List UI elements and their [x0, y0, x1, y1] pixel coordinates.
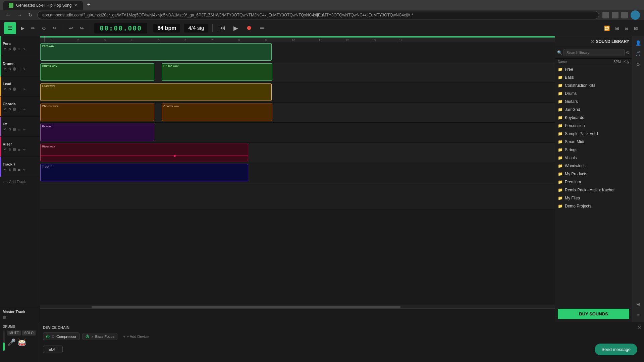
lead-more[interactable]: ∿ — [22, 87, 27, 91]
drums-clip-1[interactable]: Drums.wav — [40, 63, 154, 81]
buy-sounds-button[interactable]: BUY SOUNDS — [558, 309, 629, 319]
lib-item-demoprojects[interactable]: 📁 Demo Projects — [555, 202, 632, 210]
drums-mute[interactable]: M — [3, 67, 7, 71]
track7-solo[interactable]: S — [8, 168, 12, 172]
vert-icon-2[interactable]: 🎵 — [634, 50, 642, 58]
perc-clip[interactable]: Perc.wav — [40, 43, 272, 61]
perc-more[interactable]: ∿ — [22, 47, 27, 51]
chords-clip-2[interactable]: Chords.wav — [162, 104, 272, 121]
fx-solo[interactable]: S — [8, 127, 12, 131]
lib-item-drums[interactable]: 📁 Drums — [555, 89, 632, 98]
edit-button[interactable]: EDIT — [43, 346, 63, 353]
lib-item-smartmidi[interactable]: 📁 Smart Midi — [555, 138, 632, 146]
chords-solo[interactable]: S — [8, 107, 12, 111]
track7-clip[interactable]: Track 7 — [40, 164, 248, 181]
tool-c[interactable]: ⊠ — [632, 24, 640, 32]
lead-clip[interactable]: Lead.wav — [40, 83, 272, 101]
lead-eq[interactable]: ⚌ — [17, 87, 21, 91]
lib-item-vocals[interactable]: 📁 Vocals — [555, 154, 632, 162]
active-tab[interactable]: Generated Lo-Fi Hip Hop Song ✕ — [3, 1, 83, 10]
chords-clip-1[interactable]: Chords.wav — [40, 104, 154, 121]
chords-more[interactable]: ∿ — [22, 107, 27, 111]
filter-button[interactable]: ⚙ — [626, 50, 630, 55]
vert-icon-bottom-2[interactable]: ≡ — [635, 311, 641, 319]
riser-more[interactable]: ∿ — [22, 147, 27, 152]
tracks-scroll[interactable]: Perc.wav Drums.wav — [40, 42, 555, 305]
play-button[interactable]: ▶ — [231, 23, 241, 33]
tool-b[interactable]: ⊟ — [623, 24, 631, 32]
track-lane-perc[interactable]: Perc.wav — [40, 42, 555, 62]
master-volume[interactable] — [3, 316, 6, 319]
lib-item-samplepack[interactable]: 📁 Sample Pack Vol 1 — [555, 130, 632, 138]
timeline-ruler[interactable]: 1 2 3 4 5 6 7 8 9 10 11 12 13 14 — [40, 36, 555, 42]
lib-item-keyboards[interactable]: 📁 Keyboards — [555, 114, 632, 122]
perc-volume[interactable] — [13, 47, 16, 51]
lib-item-strings[interactable]: 📁 Strings — [555, 146, 632, 154]
redo-button[interactable]: ↪ — [78, 24, 86, 32]
send-message-button[interactable]: Send message — [595, 344, 637, 355]
riser-mute[interactable]: M — [3, 147, 7, 152]
bottom-solo-button[interactable]: SOLO — [22, 330, 36, 336]
lib-item-bass[interactable]: 📁 Bass — [555, 73, 632, 81]
device-compressor[interactable]: ⏻ ⧖ Compressor — [43, 333, 79, 340]
device-chain-close[interactable]: ✕ — [638, 325, 641, 330]
add-track-button[interactable]: + + Add Track — [0, 177, 40, 186]
add-device-button[interactable]: + + Add Device — [121, 333, 152, 340]
drums-solo[interactable]: S — [8, 67, 12, 71]
lib-item-jamgrid[interactable]: 📁 JamGrid — [555, 106, 632, 114]
reload-button[interactable]: ↻ — [27, 10, 34, 19]
select-tool[interactable]: ▶ — [19, 24, 26, 32]
riser-solo[interactable]: S — [8, 147, 12, 152]
drums-more[interactable]: ∿ — [22, 67, 27, 71]
empty-lane[interactable] — [40, 183, 555, 210]
lib-item-construction[interactable]: 📁 Construction Kits — [555, 81, 632, 89]
lib-item-woodwinds[interactable]: 📁 Woodwinds — [555, 162, 632, 170]
tool-a[interactable]: ⊞ — [613, 24, 621, 32]
h-scrollbar[interactable] — [40, 305, 555, 308]
back-button[interactable]: ← — [4, 11, 12, 19]
chords-mute[interactable]: M — [3, 107, 7, 111]
lib-item-percussion[interactable]: 📁 Percussion — [555, 122, 632, 130]
new-tab-button[interactable]: + — [84, 0, 93, 10]
profile-icon[interactable] — [631, 10, 640, 20]
vert-icon-1[interactable]: 👤 — [634, 39, 642, 47]
track-lane-fx[interactable]: Fx.wav — [40, 123, 555, 143]
drums-volume[interactable] — [13, 67, 16, 71]
loop-button[interactable]: 🔁 — [602, 24, 612, 32]
device-bass-focus[interactable]: ⏻ ♪ Bass Focus — [83, 333, 117, 340]
bpm-display[interactable]: 84 bpm — [153, 24, 180, 33]
menu-button[interactable]: ☰ — [4, 22, 16, 34]
lib-item-free[interactable]: 📁 Free — [555, 65, 632, 73]
perc-mute[interactable]: M — [3, 47, 7, 51]
perc-solo[interactable]: S — [8, 47, 12, 51]
fx-eq[interactable]: ⚌ — [17, 127, 21, 131]
vert-icon-bottom-1[interactable]: ⊞ — [635, 300, 642, 308]
go-start-button[interactable]: ⏮ — [217, 23, 228, 33]
sig-display[interactable]: 4/4 sig — [184, 24, 208, 33]
erase-tool[interactable]: ⊙ — [40, 24, 48, 32]
lib-item-myproducts[interactable]: 📁 My Products — [555, 170, 632, 178]
fx-volume[interactable] — [13, 128, 16, 131]
track7-volume[interactable] — [13, 168, 16, 171]
track7-eq[interactable]: ⚌ — [17, 168, 21, 172]
fx-mute[interactable]: M — [3, 127, 7, 131]
track-lane-track7[interactable]: Track 7 — [40, 163, 555, 183]
vert-icon-3[interactable]: ⚙ — [635, 60, 642, 68]
drums-eq[interactable]: ⚌ — [17, 67, 21, 71]
volume-button[interactable]: ━ — [258, 23, 267, 33]
cut-tool[interactable]: ✂ — [51, 24, 59, 32]
tab-close-button[interactable]: ✕ — [74, 3, 77, 8]
track-lane-drums[interactable]: Drums.wav Drums.wav — [40, 62, 555, 82]
track-lane-riser[interactable]: Riser.wav — [40, 143, 555, 163]
lib-item-premium[interactable]: 📁 Premium — [555, 178, 632, 186]
panel-close-button[interactable]: ✕ — [591, 39, 594, 44]
h-scrollbar-thumb[interactable] — [92, 306, 400, 308]
track-lane-chords[interactable]: Chords.wav Chords.wav — [40, 103, 555, 123]
undo-button[interactable]: ↩ — [67, 24, 75, 32]
lib-item-remix[interactable]: 📁 Remix Pack - Artik x Kacher — [555, 186, 632, 194]
drums-clip-2[interactable]: Drums.wav — [162, 63, 272, 81]
perc-eq[interactable]: ⚌ — [17, 47, 21, 51]
chords-eq[interactable]: ⚌ — [17, 107, 21, 111]
pencil-tool[interactable]: ✏ — [29, 24, 37, 32]
chords-volume[interactable] — [13, 108, 16, 111]
